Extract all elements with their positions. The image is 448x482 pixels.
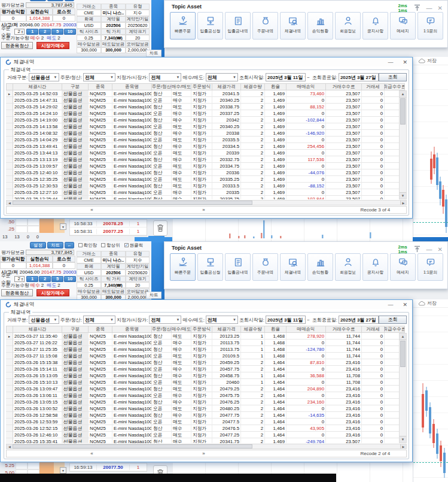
table-row[interactable]: 2025-03-25 14:08:32 선물옵션 NQM25 E-mini Na… bbox=[6, 130, 407, 137]
col-header[interactable]: 주문방식 bbox=[191, 326, 212, 333]
scroll-right-arrow[interactable]: ▶ bbox=[400, 444, 406, 448]
search-button[interactable]: 조회 bbox=[379, 73, 407, 81]
back-button[interactable]: ← bbox=[65, 242, 74, 248]
vertical-scrollbar[interactable]: ▲ ▼ bbox=[399, 90, 407, 199]
table-row[interactable]: 2025-03-27 11:25:35 선물옵션 NQM25 E-mini Na… bbox=[6, 346, 407, 353]
minimize-button[interactable]: — bbox=[426, 5, 432, 11]
close-position-button[interactable]: 현종목청산 bbox=[1, 42, 33, 49]
date-to-select[interactable]: 2025년 3월 27일▼ bbox=[339, 73, 379, 81]
table-row[interactable]: 2025-03-25 14:19:00 선물옵션 NQM25 E-mini Na… bbox=[6, 117, 407, 123]
table-row[interactable]: 2025-03-25 13:13:19 선물옵션 NQM25 E-mini Na… bbox=[6, 156, 407, 163]
toolbar-button[interactable]: 메세지 bbox=[390, 12, 416, 40]
scroll-down-arrow[interactable]: ▼ bbox=[400, 192, 406, 199]
one-click-checkbox[interactable]: ✓원클릭 bbox=[124, 0, 144, 1]
toolbar-button[interactable]: 공지사항 bbox=[362, 253, 388, 281]
scroll-up-arrow[interactable]: ▲ bbox=[400, 334, 406, 340]
table-row[interactable]: 2025-03-25 12:35:25 선물옵션 NQM25 E-mini Na… bbox=[6, 176, 407, 183]
minimize-button[interactable]: — bbox=[426, 247, 432, 253]
confirm-window-checkbox[interactable]: 확인창 bbox=[78, 0, 97, 1]
toolbar-button[interactable]: 회원정보 bbox=[335, 12, 361, 40]
table-row[interactable]: 2025-03-25 12:40:10 선물옵션 NQM25 E-mini Na… bbox=[6, 169, 407, 176]
close-position-button[interactable]: 현종목청산 bbox=[1, 289, 33, 296]
search-button[interactable]: 조회 bbox=[379, 316, 407, 324]
quick-qty-button[interactable]: 5 bbox=[51, 276, 63, 282]
close-button[interactable]: ✕ bbox=[403, 59, 407, 65]
table-row[interactable]: ▸ 2025-03-25 14:52:03 선물옵션 NQM25 E-mini … bbox=[6, 90, 407, 97]
vertical-scrollbar[interactable]: ▲ ▼ bbox=[399, 333, 407, 443]
table-row[interactable]: 2025-03-25 14:29:02 선물옵션 NQM25 E-mini Na… bbox=[6, 104, 407, 110]
date-from-select[interactable]: 2025년 3월 11일▼ bbox=[266, 73, 306, 81]
settings-button[interactable]: 설정 bbox=[30, 242, 46, 248]
col-header[interactable]: 종목명 bbox=[112, 83, 152, 90]
one-click-checkbox[interactable]: ✓원클릭 bbox=[124, 242, 144, 248]
nav-first[interactable]: « bbox=[90, 207, 93, 213]
chart-button[interactable]: 차트 bbox=[47, 242, 63, 248]
toolbar-button[interactable]: 체결내역 bbox=[280, 12, 306, 40]
table-row[interactable]: 2025-03-26 15:13:05 선물옵션 NQM25 E-mini Na… bbox=[6, 372, 407, 379]
market-buy-button[interactable]: 시장가매수 bbox=[36, 289, 69, 296]
col-header[interactable]: 주문/청산 bbox=[152, 83, 172, 90]
scroll-right-arrow[interactable]: ▶ bbox=[400, 201, 406, 205]
side-select[interactable]: 전체▼ bbox=[206, 73, 238, 81]
minimize-button[interactable]: — bbox=[388, 59, 393, 65]
table-row[interactable]: 2025-03-25 13:44:13 선물옵션 NQM25 E-mini Na… bbox=[6, 150, 407, 156]
scroll-thumb[interactable] bbox=[400, 98, 406, 125]
col-header[interactable]: 체결시간 bbox=[13, 326, 62, 333]
chart-tab[interactable]: 차트 bbox=[146, 50, 161, 57]
pin-on-top-icon[interactable] bbox=[413, 245, 421, 254]
col-header[interactable]: 매수/매도 bbox=[172, 83, 191, 90]
scroll-thumb[interactable] bbox=[13, 201, 252, 205]
col-header[interactable]: 구분 bbox=[62, 326, 89, 333]
table-row[interactable]: 2025-03-25 14:13:58 선물옵션 NQM25 E-mini Na… bbox=[6, 123, 407, 130]
trade-kind-select[interactable]: 선물옵션▼ bbox=[29, 316, 59, 324]
col-header[interactable]: 거래수수료 bbox=[326, 326, 362, 333]
always-on-top-checkbox[interactable]: 항상위 bbox=[101, 0, 120, 1]
toolbar-button[interactable]: 입출금내역 bbox=[225, 12, 251, 40]
close-button[interactable]: ✕ bbox=[438, 247, 443, 253]
table-row[interactable]: 2025-03-25 14:47:31 선물옵션 NQM25 E-mini Na… bbox=[6, 97, 407, 104]
table-row[interactable]: 2025-03-26 15:14:11 선물옵션 NQM25 E-mini Na… bbox=[6, 366, 407, 372]
chart-button[interactable]: 차트 bbox=[47, 0, 63, 1]
col-header[interactable]: 체결시간 bbox=[13, 83, 62, 90]
table-row[interactable]: 2025-03-26 12:58:58 선물옵션 NQM25 E-mini Na… bbox=[6, 412, 407, 419]
table-row[interactable]: 2025-03-26 13:00:52 선물옵션 NQM25 E-mini Na… bbox=[6, 405, 407, 412]
toolbar-button[interactable]: 입출금내역 bbox=[225, 253, 251, 281]
always-on-top-checkbox[interactable]: 항상위 bbox=[101, 242, 120, 248]
date-from-select[interactable]: 2025년 3월 11일▼ bbox=[266, 316, 306, 324]
qty-spinner[interactable]: ▲▼ bbox=[21, 277, 23, 281]
pin-on-top-icon[interactable] bbox=[413, 4, 421, 13]
open-close-select[interactable]: 전체▼ bbox=[83, 73, 115, 81]
settings-button[interactable]: 설정 bbox=[30, 0, 46, 1]
col-header[interactable]: 취급수수료 bbox=[385, 326, 405, 333]
scroll-left-arrow[interactable]: ◀ bbox=[7, 201, 13, 205]
col-header[interactable]: 매매손익 bbox=[287, 83, 326, 90]
toolbar-button[interactable]: 메세지 bbox=[390, 253, 416, 281]
table-row[interactable]: 2025-03-27 11:26:22 선물옵션 NQM25 E-mini Na… bbox=[6, 339, 407, 346]
toolbar-button[interactable]: 회원정보 bbox=[335, 253, 361, 281]
col-header[interactable]: 종목 bbox=[89, 83, 112, 90]
table-row[interactable]: 2025-03-25 13:49:41 선물옵션 NQM25 E-mini Na… bbox=[6, 143, 407, 150]
quick-qty-button[interactable]: 1 bbox=[26, 276, 38, 282]
order-qty-input[interactable]: 2▲▼ bbox=[14, 29, 25, 35]
table-row[interactable]: 2025-03-26 12:52:15 선물옵션 NQM25 E-mini Na… bbox=[6, 425, 407, 432]
col-header[interactable]: 체결가격 bbox=[212, 326, 241, 333]
col-header[interactable]: 거래세 bbox=[362, 83, 385, 90]
scroll-down-arrow[interactable]: ▼ bbox=[400, 436, 406, 442]
col-header[interactable]: 환율 bbox=[265, 326, 287, 333]
table-row[interactable]: 2025-03-27 11:15:08 선물옵션 NQM25 E-mini Na… bbox=[6, 353, 407, 359]
toolbar-button[interactable]: 빠른주문 bbox=[170, 12, 196, 40]
nav-first[interactable]: « bbox=[90, 451, 93, 456]
horizontal-scrollbar[interactable]: ◀ ▶ bbox=[6, 444, 407, 449]
window-titlebar[interactable]: 체결내역 체결내역 — ✕ bbox=[1, 57, 412, 66]
table-row[interactable]: 2025-03-26 15:10:13 선물옵션 NQM25 E-mini Na… bbox=[6, 379, 407, 386]
col-header[interactable]: 매매손익 bbox=[287, 326, 326, 333]
quick-qty-button[interactable]: 10 bbox=[64, 276, 76, 282]
close-button[interactable]: ✕ bbox=[403, 302, 407, 308]
toolbar-button[interactable]: 손익현황 bbox=[307, 12, 333, 40]
market-buy-button[interactable]: 시장가매수 bbox=[36, 42, 69, 49]
qty-spinner[interactable]: ▲▼ bbox=[21, 30, 23, 34]
col-header[interactable]: 종목명 bbox=[112, 326, 152, 333]
col-header[interactable]: 주문/청산 bbox=[152, 326, 172, 333]
toolbar-button[interactable]: 1:1문의 bbox=[417, 253, 443, 281]
toolbar-button[interactable]: 1:1문의 bbox=[417, 12, 443, 40]
